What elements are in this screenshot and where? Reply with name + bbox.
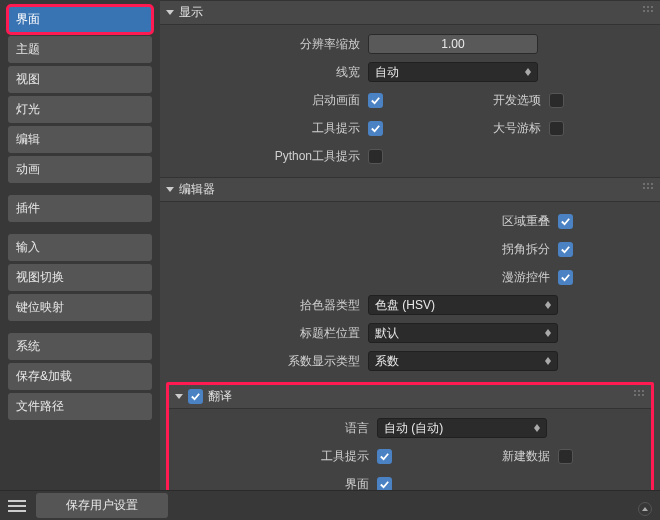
sidebar-item-save-load[interactable]: 保存&加载 <box>8 363 152 390</box>
footer-bar: 保存用户设置 <box>0 490 660 520</box>
checkbox-new-data[interactable] <box>558 449 573 464</box>
sidebar-item-animation[interactable]: 动画 <box>8 156 152 183</box>
checkbox-corner-split[interactable] <box>558 242 573 257</box>
sidebar-item-navigation[interactable]: 视图切换 <box>8 264 152 291</box>
sidebar-item-label: 保存&加载 <box>16 369 72 383</box>
drag-grip-icon[interactable] <box>642 182 654 190</box>
checkbox-region-overlap[interactable] <box>558 214 573 229</box>
checkbox-splash[interactable] <box>368 93 383 108</box>
sidebar-item-input[interactable]: 输入 <box>8 234 152 261</box>
sidebar-item-keymap[interactable]: 键位映射 <box>8 294 152 321</box>
highlight-translate: 翻译 语言 自动 (自动) 工具提示 新建数据 <box>166 382 654 490</box>
label-tooltips: 工具提示 <box>190 120 360 137</box>
panel-header-translate[interactable]: 翻译 <box>169 385 651 409</box>
preferences-content: 显示 分辨率缩放 1.00 线宽 自动 启动画面 <box>160 0 660 490</box>
label-python-tooltips: Python工具提示 <box>190 148 360 165</box>
label-nav-controls: 漫游控件 <box>190 269 550 286</box>
sidebar-item-editing[interactable]: 编辑 <box>8 126 152 153</box>
drag-grip-icon[interactable] <box>642 5 654 13</box>
sidebar-item-interface[interactable]: 界面 <box>8 6 152 33</box>
label-header-pos: 标题栏位置 <box>190 325 360 342</box>
select-factor-display[interactable]: 系数 <box>368 351 558 371</box>
sidebar-item-label: 灯光 <box>16 102 40 116</box>
sidebar-item-label: 键位映射 <box>16 300 64 314</box>
label-dev-extras: 开发选项 <box>391 92 541 109</box>
sidebar-item-label: 编辑 <box>16 132 40 146</box>
sidebar-item-label: 文件路径 <box>16 399 64 413</box>
label-new-data: 新建数据 <box>400 448 550 465</box>
panel-title: 编辑器 <box>179 181 215 198</box>
checkbox-nav-controls[interactable] <box>558 270 573 285</box>
chevron-down-icon <box>166 187 174 192</box>
checkbox-large-cursor[interactable] <box>549 121 564 136</box>
checkbox-tooltips[interactable] <box>368 121 383 136</box>
select-header-pos[interactable]: 默认 <box>368 323 558 343</box>
save-preferences-button[interactable]: 保存用户设置 <box>36 493 168 518</box>
hamburger-menu-icon[interactable] <box>8 500 26 512</box>
label-factor-display: 系数显示类型 <box>190 353 360 370</box>
drag-grip-icon[interactable] <box>633 389 645 397</box>
input-res-scale[interactable]: 1.00 <box>368 34 538 54</box>
sidebar-item-label: 视图 <box>16 72 40 86</box>
sidebar-item-label: 动画 <box>16 162 40 176</box>
select-color-picker[interactable]: 色盘 (HSV) <box>368 295 558 315</box>
panel-body-editors: 区域重叠 拐角拆分 漫游控件 拾色器类型 色盘 (HSV) 标题栏位置 <box>160 202 660 382</box>
panel-title: 显示 <box>179 4 203 21</box>
checkbox-dev-extras[interactable] <box>549 93 564 108</box>
checkbox-python-tooltips[interactable] <box>368 149 383 164</box>
sidebar-item-label: 输入 <box>16 240 40 254</box>
select-language[interactable]: 自动 (自动) <box>377 418 547 438</box>
label-splash: 启动画面 <box>190 92 360 109</box>
checkbox-translate-interface[interactable] <box>377 477 392 491</box>
sidebar-item-lights[interactable]: 灯光 <box>8 96 152 123</box>
label-region-overlap: 区域重叠 <box>190 213 550 230</box>
panel-body-translate: 语言 自动 (自动) 工具提示 新建数据 界面 <box>169 409 651 490</box>
label-translate-interface: 界面 <box>199 476 369 491</box>
preferences-sidebar: 界面 主题 视图 灯光 编辑 动画 插件 输入 视图切换 键位映射 系统 保存&… <box>0 0 160 490</box>
sidebar-item-themes[interactable]: 主题 <box>8 36 152 63</box>
sidebar-item-viewport[interactable]: 视图 <box>8 66 152 93</box>
sidebar-item-label: 插件 <box>16 201 40 215</box>
sidebar-item-system[interactable]: 系统 <box>8 333 152 360</box>
sidebar-item-label: 视图切换 <box>16 270 64 284</box>
panel-body-display: 分辨率缩放 1.00 线宽 自动 启动画面 开发选项 <box>160 25 660 177</box>
panel-title: 翻译 <box>208 388 232 405</box>
label-line-width: 线宽 <box>190 64 360 81</box>
sidebar-item-label: 主题 <box>16 42 40 56</box>
sidebar-item-label: 系统 <box>16 339 40 353</box>
checkbox-translate-enable[interactable] <box>188 389 203 404</box>
chevron-down-icon <box>166 10 174 15</box>
label-translate-tooltips: 工具提示 <box>199 448 369 465</box>
label-res-scale: 分辨率缩放 <box>190 36 360 53</box>
panel-header-display[interactable]: 显示 <box>160 0 660 25</box>
sidebar-item-addons[interactable]: 插件 <box>8 195 152 222</box>
label-corner-split: 拐角拆分 <box>190 241 550 258</box>
checkbox-translate-tooltips[interactable] <box>377 449 392 464</box>
scroll-up-icon[interactable] <box>638 502 652 516</box>
panel-header-editors[interactable]: 编辑器 <box>160 177 660 202</box>
chevron-down-icon <box>175 394 183 399</box>
label-color-picker: 拾色器类型 <box>190 297 360 314</box>
label-language: 语言 <box>199 420 369 437</box>
sidebar-item-file-paths[interactable]: 文件路径 <box>8 393 152 420</box>
label-large-cursor: 大号游标 <box>391 120 541 137</box>
sidebar-item-label: 界面 <box>16 12 40 26</box>
select-line-width[interactable]: 自动 <box>368 62 538 82</box>
